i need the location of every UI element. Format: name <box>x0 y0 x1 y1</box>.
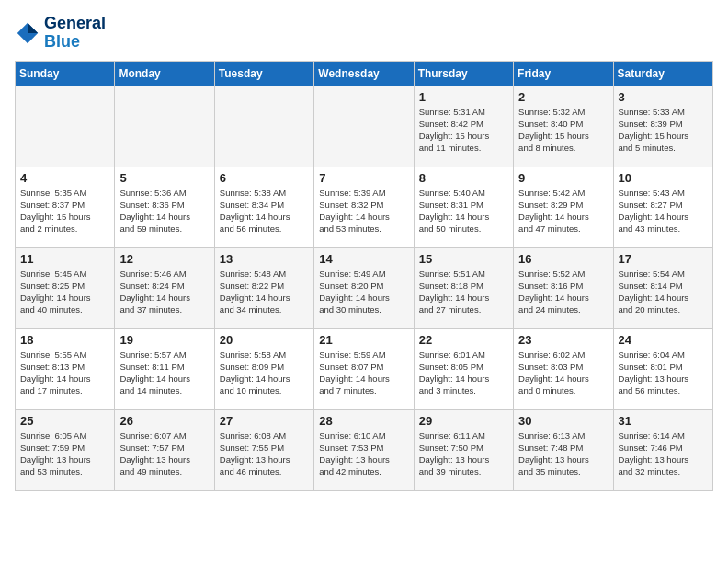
day-number: 12 <box>119 252 209 266</box>
day-header-saturday: Saturday <box>613 61 712 86</box>
day-number: 16 <box>518 252 608 266</box>
day-number: 4 <box>20 171 109 185</box>
day-info: Sunrise: 5:54 AM Sunset: 8:14 PM Dayligh… <box>619 268 708 316</box>
day-header-tuesday: Tuesday <box>214 61 313 86</box>
calendar-cell: 29Sunrise: 6:11 AM Sunset: 7:50 PM Dayli… <box>414 409 513 490</box>
day-info: Sunrise: 6:08 AM Sunset: 7:55 PM Dayligh… <box>220 430 309 478</box>
calendar-cell: 22Sunrise: 6:01 AM Sunset: 8:05 PM Dayli… <box>414 328 513 409</box>
day-number: 13 <box>220 252 309 266</box>
day-info: Sunrise: 5:57 AM Sunset: 8:11 PM Dayligh… <box>119 349 209 397</box>
day-number: 26 <box>119 414 209 428</box>
calendar-cell: 16Sunrise: 5:52 AM Sunset: 8:16 PM Dayli… <box>514 247 613 328</box>
logo: General Blue <box>15 15 106 52</box>
calendar-cell: 18Sunrise: 5:55 AM Sunset: 8:13 PM Dayli… <box>16 328 115 409</box>
calendar-cell: 26Sunrise: 6:07 AM Sunset: 7:57 PM Dayli… <box>115 409 214 490</box>
calendar-cell <box>16 86 115 167</box>
day-info: Sunrise: 6:14 AM Sunset: 7:46 PM Dayligh… <box>619 430 708 478</box>
day-number: 31 <box>619 414 708 428</box>
day-info: Sunrise: 6:11 AM Sunset: 7:50 PM Dayligh… <box>419 430 508 478</box>
day-number: 25 <box>20 414 109 428</box>
day-info: Sunrise: 5:55 AM Sunset: 8:13 PM Dayligh… <box>20 349 109 397</box>
day-number: 6 <box>220 171 309 185</box>
calendar-cell: 31Sunrise: 6:14 AM Sunset: 7:46 PM Dayli… <box>613 409 712 490</box>
calendar-cell: 10Sunrise: 5:43 AM Sunset: 8:27 PM Dayli… <box>613 167 712 247</box>
day-info: Sunrise: 5:33 AM Sunset: 8:39 PM Dayligh… <box>619 106 708 155</box>
calendar-cell: 9Sunrise: 5:42 AM Sunset: 8:29 PM Daylig… <box>514 167 613 247</box>
calendar-cell: 5Sunrise: 5:36 AM Sunset: 8:36 PM Daylig… <box>115 167 214 247</box>
calendar-cell: 21Sunrise: 5:59 AM Sunset: 8:07 PM Dayli… <box>314 328 414 409</box>
day-info: Sunrise: 5:58 AM Sunset: 8:09 PM Dayligh… <box>220 349 309 397</box>
calendar-cell: 12Sunrise: 5:46 AM Sunset: 8:24 PM Dayli… <box>115 247 214 328</box>
day-number: 28 <box>319 414 408 428</box>
day-info: Sunrise: 5:35 AM Sunset: 8:37 PM Dayligh… <box>20 187 109 236</box>
day-number: 9 <box>518 171 608 185</box>
day-number: 17 <box>619 252 708 266</box>
calendar-cell: 28Sunrise: 6:10 AM Sunset: 7:53 PM Dayli… <box>314 409 414 490</box>
day-info: Sunrise: 6:13 AM Sunset: 7:48 PM Dayligh… <box>518 430 608 478</box>
calendar-cell: 2Sunrise: 5:32 AM Sunset: 8:40 PM Daylig… <box>514 86 613 167</box>
day-info: Sunrise: 6:04 AM Sunset: 8:01 PM Dayligh… <box>619 349 708 397</box>
day-number: 15 <box>419 252 508 266</box>
day-info: Sunrise: 6:02 AM Sunset: 8:03 PM Dayligh… <box>518 349 608 397</box>
day-info: Sunrise: 5:39 AM Sunset: 8:32 PM Dayligh… <box>319 187 408 236</box>
day-info: Sunrise: 6:05 AM Sunset: 7:59 PM Dayligh… <box>20 430 109 478</box>
calendar-cell: 15Sunrise: 5:51 AM Sunset: 8:18 PM Dayli… <box>414 247 513 328</box>
day-number: 8 <box>419 171 508 185</box>
svg-marker-1 <box>28 23 38 33</box>
day-info: Sunrise: 5:45 AM Sunset: 8:25 PM Dayligh… <box>20 268 109 316</box>
day-info: Sunrise: 5:32 AM Sunset: 8:40 PM Dayligh… <box>518 106 608 155</box>
day-number: 1 <box>419 90 508 104</box>
day-header-thursday: Thursday <box>414 61 513 86</box>
calendar-cell: 27Sunrise: 6:08 AM Sunset: 7:55 PM Dayli… <box>214 409 313 490</box>
calendar-cell: 7Sunrise: 5:39 AM Sunset: 8:32 PM Daylig… <box>314 167 414 247</box>
day-info: Sunrise: 6:01 AM Sunset: 8:05 PM Dayligh… <box>419 349 508 397</box>
day-info: Sunrise: 5:43 AM Sunset: 8:27 PM Dayligh… <box>619 187 708 236</box>
day-number: 22 <box>419 333 508 347</box>
calendar-body: 1Sunrise: 5:31 AM Sunset: 8:42 PM Daylig… <box>16 86 713 490</box>
day-header-friday: Friday <box>514 61 613 86</box>
day-info: Sunrise: 5:31 AM Sunset: 8:42 PM Dayligh… <box>419 106 508 155</box>
day-number: 18 <box>20 333 109 347</box>
calendar-cell: 6Sunrise: 5:38 AM Sunset: 8:34 PM Daylig… <box>214 167 313 247</box>
day-number: 29 <box>419 414 508 428</box>
day-header-wednesday: Wednesday <box>314 61 414 86</box>
calendar-cell: 3Sunrise: 5:33 AM Sunset: 8:39 PM Daylig… <box>613 86 712 167</box>
day-number: 11 <box>20 252 109 266</box>
day-info: Sunrise: 5:52 AM Sunset: 8:16 PM Dayligh… <box>518 268 608 316</box>
calendar-cell: 13Sunrise: 5:48 AM Sunset: 8:22 PM Dayli… <box>214 247 313 328</box>
day-number: 14 <box>319 252 408 266</box>
calendar-cell: 8Sunrise: 5:40 AM Sunset: 8:31 PM Daylig… <box>414 167 513 247</box>
day-info: Sunrise: 5:36 AM Sunset: 8:36 PM Dayligh… <box>119 187 209 236</box>
calendar-cell <box>115 86 214 167</box>
calendar-cell <box>214 86 313 167</box>
day-info: Sunrise: 6:07 AM Sunset: 7:57 PM Dayligh… <box>119 430 209 478</box>
calendar-cell: 14Sunrise: 5:49 AM Sunset: 8:20 PM Dayli… <box>314 247 414 328</box>
calendar-header: SundayMondayTuesdayWednesdayThursdayFrid… <box>16 61 713 86</box>
day-info: Sunrise: 5:38 AM Sunset: 8:34 PM Dayligh… <box>220 187 309 236</box>
day-info: Sunrise: 5:49 AM Sunset: 8:20 PM Dayligh… <box>319 268 408 316</box>
day-info: Sunrise: 6:10 AM Sunset: 7:53 PM Dayligh… <box>319 430 408 478</box>
day-number: 19 <box>119 333 209 347</box>
day-number: 7 <box>319 171 408 185</box>
calendar-table: SundayMondayTuesdayWednesdayThursdayFrid… <box>15 61 713 491</box>
day-info: Sunrise: 5:51 AM Sunset: 8:18 PM Dayligh… <box>419 268 508 316</box>
day-info: Sunrise: 5:48 AM Sunset: 8:22 PM Dayligh… <box>220 268 309 316</box>
day-number: 27 <box>220 414 309 428</box>
day-info: Sunrise: 5:46 AM Sunset: 8:24 PM Dayligh… <box>119 268 209 316</box>
day-number: 3 <box>619 90 708 104</box>
logo-icon <box>15 20 40 46</box>
day-number: 21 <box>319 333 408 347</box>
calendar-cell <box>314 86 414 167</box>
day-info: Sunrise: 5:59 AM Sunset: 8:07 PM Dayligh… <box>319 349 408 397</box>
day-number: 10 <box>619 171 708 185</box>
day-number: 23 <box>518 333 608 347</box>
logo-text: General Blue <box>44 15 106 52</box>
calendar-cell: 1Sunrise: 5:31 AM Sunset: 8:42 PM Daylig… <box>414 86 513 167</box>
calendar-cell: 24Sunrise: 6:04 AM Sunset: 8:01 PM Dayli… <box>613 328 712 409</box>
day-number: 30 <box>518 414 608 428</box>
day-number: 20 <box>220 333 309 347</box>
calendar-cell: 4Sunrise: 5:35 AM Sunset: 8:37 PM Daylig… <box>16 167 115 247</box>
day-info: Sunrise: 5:42 AM Sunset: 8:29 PM Dayligh… <box>518 187 608 236</box>
calendar-cell: 23Sunrise: 6:02 AM Sunset: 8:03 PM Dayli… <box>514 328 613 409</box>
day-header-monday: Monday <box>115 61 214 86</box>
